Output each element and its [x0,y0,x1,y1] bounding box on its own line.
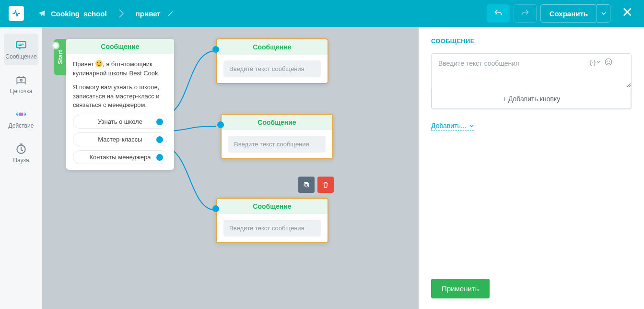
insert-variable-button[interactable]: {·} [590,59,600,66]
breadcrumb: Cooking_school привет [37,9,174,18]
chain-icon [15,73,27,86]
add-link-label: Добавить... [431,122,467,130]
svg-rect-1 [17,78,25,83]
option-button-1[interactable]: Мастер-классы [73,132,167,146]
trash-icon [322,181,329,189]
node-placeholder: Введите текст сообщения [228,136,326,153]
breadcrumb-bot[interactable]: Cooking_school [51,10,107,18]
caret-down-icon [469,124,474,128]
action-icon [15,108,27,120]
top-header: Cooking_school привет Сохранить [0,0,644,27]
redo-button[interactable] [514,4,537,23]
node-placeholder: Введите текст сообщения [223,220,321,237]
right-panel: СООБЩЕНИЕ {·} + Добавить кнопку Добавить… [419,27,644,309]
breadcrumb-flow[interactable]: привет [136,10,161,18]
copy-icon [303,181,310,189]
delete-node-button[interactable] [317,177,334,193]
apply-button[interactable]: Применить [431,279,490,298]
emoji-picker-icon[interactable] [604,58,613,66]
sidebar-item-pause[interactable]: Пауза [4,137,38,169]
node-title: Сообщение [66,39,174,54]
pause-icon [15,143,27,155]
flow-node-message-2[interactable]: Сообщение Введите текст сообщения [221,114,333,159]
in-port[interactable] [217,121,224,128]
flow-canvas[interactable]: Start Сообщение Привет , я бот-помощник … [42,27,419,309]
out-port[interactable] [156,119,163,125]
flow-node-message-1[interactable]: Сообщение Введите текст сообщения [216,38,328,84]
message-icon [15,39,27,51]
sidebar-item-label: Пауза [13,157,29,164]
header-actions: Сохранить [487,4,635,23]
panel-title: СООБЩЕНИЕ [431,37,632,45]
svg-point-8 [607,61,608,62]
sidebar-item-label: Действие [9,122,34,129]
copy-node-button[interactable] [298,177,315,193]
sidebar-item-message[interactable]: Сообщение [4,34,38,65]
start-port [52,42,59,49]
undo-button[interactable] [487,4,510,23]
close-button[interactable] [622,7,635,20]
out-port[interactable] [156,136,163,143]
sidebar-item-label: Сообщение [5,53,36,60]
sidebar-item-action[interactable]: Действие [4,103,38,134]
node-placeholder: Введите текст сообщения [223,60,321,77]
svg-point-7 [605,59,612,65]
left-sidebar: Сообщение Цепочка Действие Пауза [0,27,42,309]
node-actions [298,177,334,193]
pencil-icon[interactable] [167,10,174,17]
flow-node-start[interactable]: Start Сообщение Привет , я бот-помощник … [66,39,174,170]
add-element-link[interactable]: Добавить... [431,122,474,131]
svg-rect-6 [304,182,307,186]
node-title: Сообщение [217,39,328,55]
in-port[interactable] [212,205,219,212]
caret-down-icon [597,60,600,64]
telegram-icon [37,9,46,18]
option-button-2[interactable]: Контакты менеджера [73,150,167,164]
option-label: Узнать о школе [98,118,142,125]
option-label: Контакты менеджера [89,154,151,161]
add-button-button[interactable]: + Добавить кнопку [432,89,631,109]
app-logo[interactable] [9,6,24,21]
svg-point-2 [20,79,22,81]
svg-point-9 [609,61,610,62]
node-message-text: Привет , я бот-помощник кулинарной школы… [73,60,167,110]
sidebar-item-chain[interactable]: Цепочка [4,68,38,100]
smile-emoji-icon [95,60,103,67]
svg-rect-3 [19,113,23,116]
flow-node-message-3[interactable]: Сообщение Введите текст сообщения [216,198,328,243]
out-port[interactable] [156,154,163,161]
save-dropdown[interactable] [597,4,610,23]
option-label: Мастер-классы [98,136,142,143]
svg-rect-0 [16,41,26,48]
chevron-right-icon [119,9,124,18]
node-title: Сообщение [217,199,328,214]
sidebar-item-label: Цепочка [10,88,33,95]
node-title: Сообщение [222,115,332,130]
in-port[interactable] [212,46,219,53]
svg-rect-5 [305,183,308,187]
save-button[interactable]: Сохранить [540,4,597,23]
option-button-0[interactable]: Узнать о школе [73,115,167,129]
